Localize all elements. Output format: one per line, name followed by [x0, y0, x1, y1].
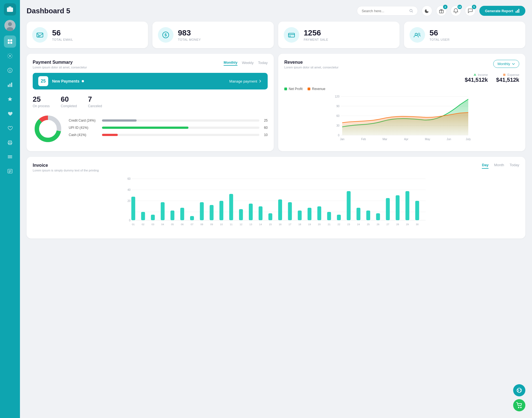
middle-section: Payment Summary Lorem ipsum dolor sit am…: [27, 54, 525, 151]
support-float-button[interactable]: [513, 384, 525, 396]
invoice-x-label: 10: [220, 223, 223, 226]
sidebar-item-print[interactable]: [4, 136, 16, 148]
invoice-x-label: 04: [161, 223, 164, 226]
stat-on-process: 25 On process: [33, 95, 50, 108]
svg-rect-8: [10, 42, 12, 44]
invoice-tabs: Day Month Today: [482, 163, 519, 169]
invoice-x-label: 26: [377, 223, 379, 226]
revenue-legend: Net Profit Revenue: [284, 87, 519, 91]
new-payment-label: New Payments: [52, 79, 80, 83]
header: Dashboard 5 2: [27, 6, 525, 16]
sidebar-item-chart[interactable]: [4, 79, 16, 91]
sidebar-item-dashboard[interactable]: [4, 35, 16, 48]
sidebar-item-info[interactable]: [4, 64, 16, 76]
bar-fill-cash: [102, 134, 118, 136]
sidebar-item-star[interactable]: [4, 93, 16, 105]
tab-monthly[interactable]: Monthly: [224, 60, 237, 66]
search-box[interactable]: [357, 6, 418, 16]
payment-summary-subtitle: Lorem ipsum dolor sit amet, consectetur: [33, 66, 87, 69]
invoice-card: Invoice Lorem ipsum is simply dummy text…: [27, 157, 525, 239]
svg-rect-19: [8, 158, 12, 158]
sidebar: [0, 0, 20, 418]
invoice-bar: [366, 211, 370, 220]
bell-badge: 12: [457, 5, 462, 9]
cart-float-button[interactable]: [513, 399, 525, 411]
svg-rect-22: [9, 171, 11, 172]
cart-icon: [516, 402, 522, 408]
invoice-bar: [396, 195, 400, 220]
sidebar-item-menu[interactable]: [4, 151, 16, 163]
svg-marker-40: [474, 73, 476, 76]
svg-rect-1: [9, 6, 11, 8]
invoice-bar: [131, 197, 135, 220]
invoice-bar: [308, 208, 311, 220]
sidebar-item-heart[interactable]: [4, 107, 16, 120]
payment-summary-title: Payment Summary: [33, 60, 87, 65]
svg-text:90: 90: [336, 105, 340, 108]
invoice-x-label: 28: [396, 223, 399, 226]
svg-rect-6: [10, 39, 12, 41]
svg-rect-23: [9, 172, 10, 173]
invoice-bar: [337, 215, 341, 220]
avatar[interactable]: [4, 20, 16, 31]
invoice-x-label: 11: [230, 223, 232, 226]
invoice-bar: [327, 212, 331, 220]
revenue-subtitle: Lorem ipsum dolor sit amet, consectetur: [284, 66, 339, 69]
sidebar-logo[interactable]: [4, 3, 16, 16]
svg-rect-12: [8, 85, 9, 87]
payment-summary-tabs: Monthly Weekly Today: [224, 60, 268, 66]
invoice-x-label: 16: [279, 223, 282, 226]
new-payment-banner: 25 New Payments Manage payment: [33, 73, 268, 89]
invoice-x-label: 30: [416, 223, 419, 226]
invoice-bar: [357, 208, 360, 220]
bell-button[interactable]: 12: [451, 6, 461, 16]
stat-icon-payment: [284, 27, 299, 43]
gift-icon: [439, 8, 444, 13]
tab-weekly[interactable]: Weekly: [242, 60, 254, 65]
svg-text:0: 0: [129, 219, 131, 222]
stat-value-user: 56: [429, 29, 450, 37]
svg-rect-13: [9, 84, 11, 87]
invoice-bar: [376, 213, 380, 220]
svg-text:July: July: [466, 138, 471, 141]
svg-rect-5: [8, 39, 10, 41]
svg-text:60: 60: [336, 114, 340, 117]
sidebar-item-settings[interactable]: [4, 50, 16, 62]
svg-rect-32: [288, 33, 295, 37]
generate-report-button[interactable]: Generate Report: [479, 6, 525, 16]
invoice-tab-month[interactable]: Month: [494, 163, 504, 169]
svg-rect-26: [516, 11, 516, 13]
chat-button[interactable]: 5: [465, 6, 475, 16]
invoice-bar: [190, 216, 194, 220]
svg-rect-33: [289, 36, 291, 37]
payment-summary-card: Payment Summary Lorem ipsum dolor sit am…: [27, 54, 274, 151]
sidebar-item-heart2[interactable]: [4, 122, 16, 134]
gift-button[interactable]: 2: [436, 6, 447, 16]
revenue-monthly-dropdown[interactable]: Monthly: [493, 60, 519, 68]
svg-point-69: [518, 407, 519, 408]
invoice-x-label: 14: [259, 223, 262, 226]
stat-value-email: 56: [52, 29, 73, 37]
svg-point-70: [521, 407, 521, 408]
manage-payment-link[interactable]: Manage payment: [229, 79, 262, 83]
revenue-title-group: Revenue Lorem ipsum dolor sit amet, cons…: [284, 60, 339, 69]
new-payment-left: 25 New Payments: [38, 76, 84, 86]
invoice-tab-today[interactable]: Today: [510, 163, 519, 169]
svg-text:$: $: [165, 33, 167, 37]
payment-bars: Credit Card (24%) 25 UPI ID (41%) 60: [69, 119, 268, 140]
chat-badge: 5: [472, 5, 476, 9]
stat-info-email: 56 TOTAL EMAIL: [52, 29, 73, 41]
invoice-bar: [405, 191, 409, 220]
tab-today[interactable]: Today: [258, 60, 268, 65]
invoice-title-group: Invoice Lorem ipsum is simply dummy text…: [33, 163, 99, 172]
invoice-x-label: 08: [200, 223, 203, 226]
sidebar-item-list[interactable]: [4, 165, 16, 177]
payment-summary-title-group: Payment Summary Lorem ipsum dolor sit am…: [33, 60, 87, 69]
invoice-bar: [415, 201, 419, 220]
bell-icon: [453, 8, 458, 13]
invoice-tab-day[interactable]: Day: [482, 163, 488, 169]
dark-mode-button[interactable]: [422, 6, 432, 16]
svg-text:Jun: Jun: [447, 138, 451, 141]
invoice-bar: [347, 191, 351, 220]
search-input[interactable]: [362, 9, 407, 13]
